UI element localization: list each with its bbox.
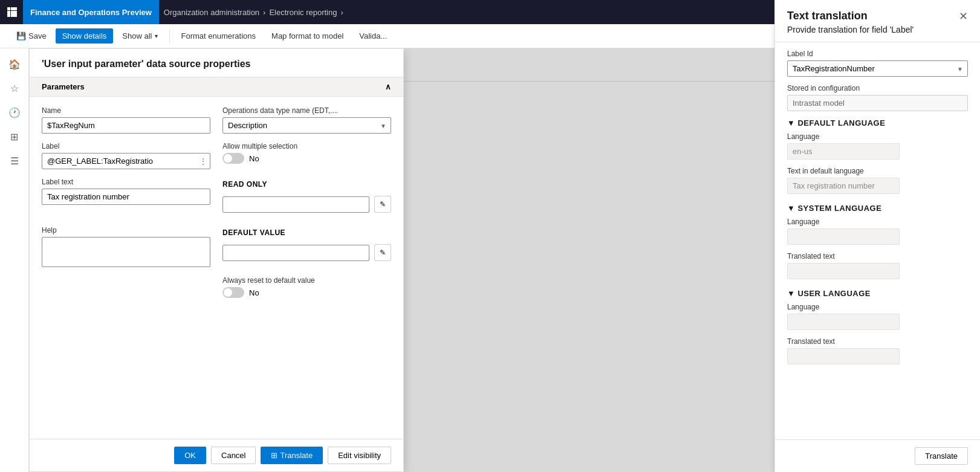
default-lang-label: Language [787, 132, 968, 141]
save-label: Save [28, 31, 47, 40]
sidebar-icons: 🏠 ☆ 🕐 ⊞ ☰ [0, 48, 29, 472]
help-textarea[interactable] [42, 237, 210, 267]
translation-footer: Translate [775, 439, 980, 472]
breadcrumb-er[interactable]: Electronic reporting [269, 8, 337, 17]
label-text-group: Label text [42, 178, 210, 218]
form-row-3: Label text READ ONLY ✎ [42, 178, 391, 218]
user-lang-title: USER LANGUAGE [797, 289, 871, 298]
svg-rect-2 [14, 7, 17, 10]
read-only-group: READ ONLY ✎ [222, 178, 391, 218]
name-field-group: Name [42, 106, 210, 134]
translate-label: Translate [280, 451, 313, 460]
svg-rect-6 [7, 14, 10, 17]
system-trans-group: Translated text [787, 252, 968, 279]
read-only-input[interactable] [222, 196, 369, 213]
translation-header: Text translation Provide translation for… [775, 0, 980, 42]
allow-multiple-knob [224, 154, 232, 163]
always-reset-section: Always reset to default value No [222, 276, 391, 303]
save-button[interactable]: 💾 Save [10, 28, 53, 44]
default-value-input[interactable] [222, 245, 369, 261]
ops-type-label: Operations data type name (EDT,.... [222, 106, 391, 115]
cancel-button[interactable]: Cancel [211, 447, 256, 464]
allow-multiple-group: Allow multiple selection No [222, 142, 391, 169]
validate-label: Valida... [359, 31, 387, 40]
default-language-section: ▼ DEFAULT LANGUAGE Language Text in defa… [787, 118, 968, 194]
show-details-label: Show details [62, 31, 107, 40]
translation-panel: Text translation Provide translation for… [774, 0, 980, 472]
system-lang-group: Language [787, 218, 968, 245]
user-trans-input [787, 348, 900, 364]
read-only-edit-btn[interactable]: ✎ [374, 196, 391, 213]
user-lang-header[interactable]: ▼ USER LANGUAGE [787, 289, 968, 298]
translation-close-button[interactable]: ✕ [959, 10, 968, 23]
name-input[interactable] [42, 117, 210, 134]
translate-panel-button[interactable]: Translate [915, 447, 968, 465]
label-text-input[interactable] [42, 189, 210, 205]
name-label: Name [42, 106, 210, 115]
help-label: Help [42, 226, 210, 234]
label-id-select[interactable]: TaxRegistrationNumber [787, 60, 968, 77]
system-lang-label: Language [787, 218, 968, 226]
user-trans-label: Translated text [787, 337, 968, 346]
map-format-label: Map format to model [271, 31, 343, 40]
allow-multiple-toggle-row: No [222, 153, 391, 164]
label-input[interactable] [42, 153, 210, 169]
label-input-icon[interactable]: ⋮ [200, 157, 207, 166]
user-language-section: ▼ USER LANGUAGE Language Translated text [787, 289, 968, 364]
allow-multiple-toggle[interactable] [222, 153, 244, 164]
show-all-button[interactable]: Show all ▾ [115, 28, 164, 44]
show-all-dropdown-icon: ▾ [155, 33, 158, 39]
clock-icon[interactable]: 🕐 [4, 102, 25, 123]
properties-dialog: 'User input parameter' data source prope… [29, 48, 404, 472]
always-reset-label: Always reset to default value [222, 276, 315, 285]
always-reset-knob [224, 288, 232, 297]
system-lang-header[interactable]: ▼ SYSTEM LANGUAGE [787, 204, 968, 213]
always-reset-toggle[interactable] [222, 287, 244, 298]
translation-subtitle: Provide translation for field 'Label' [787, 25, 913, 34]
system-lang-input [787, 228, 900, 245]
edit-visibility-button[interactable]: Edit visibility [328, 447, 391, 464]
default-lang-header[interactable]: ▼ DEFAULT LANGUAGE [787, 118, 968, 128]
ok-button[interactable]: OK [174, 447, 206, 464]
translation-title: Text translation [787, 10, 913, 22]
svg-rect-8 [14, 14, 17, 17]
show-details-button[interactable]: Show details [56, 28, 114, 44]
label-label: Label [42, 142, 210, 150]
label-id-select-wrapper: TaxRegistrationNumber [787, 60, 968, 77]
section-collapse-icon: ∧ [385, 82, 391, 91]
modules-icon[interactable]: ⊞ [4, 126, 25, 147]
format-enumerations-button[interactable]: Format enumerations [175, 28, 263, 44]
dialog-footer: OK Cancel ⊞ Translate Edit visibility [30, 439, 403, 471]
svg-rect-7 [11, 14, 14, 17]
ops-type-select-wrapper: Description [222, 117, 391, 134]
form-row-2: Label ⋮ Allow multiple selection [42, 142, 391, 169]
parameters-section-header[interactable]: Parameters ∧ [30, 77, 403, 97]
list-icon[interactable]: ☰ [4, 150, 25, 172]
default-text-label: Text in default language [787, 167, 968, 175]
map-format-button[interactable]: Map format to model [265, 28, 350, 44]
system-lang-arrow: ▼ [787, 204, 795, 213]
dialog-body: Name Operations data type name (EDT,....… [30, 97, 403, 439]
read-only-label: READ ONLY [222, 180, 391, 189]
translate-button[interactable]: ⊞ Translate [261, 447, 323, 464]
breadcrumb-sep-1: › [263, 8, 265, 17]
star-icon[interactable]: ☆ [4, 77, 25, 99]
validate-button[interactable]: Valida... [352, 28, 394, 44]
breadcrumb-org[interactable]: Organization administration [164, 8, 259, 17]
grid-menu-icon[interactable] [6, 6, 18, 18]
default-value-group: DEFAULT VALUE ✎ Always reset to default … [222, 226, 391, 303]
stored-in-config-label: Stored in configuration [787, 84, 968, 92]
system-trans-label: Translated text [787, 252, 968, 260]
breadcrumb: Organization administration › Electronic… [159, 8, 352, 17]
default-value-edit-btn[interactable]: ✎ [374, 244, 391, 261]
default-lang-arrow: ▼ [787, 118, 795, 128]
form-row-1: Name Operations data type name (EDT,....… [42, 106, 391, 134]
default-lang-group: Language [787, 132, 968, 160]
always-reset-no: No [249, 288, 259, 297]
svg-rect-4 [11, 11, 14, 14]
always-reset-toggle-row: No [222, 287, 391, 298]
stored-in-config-input[interactable] [787, 95, 968, 111]
home-icon[interactable]: 🏠 [4, 53, 25, 75]
ops-type-select[interactable]: Description [222, 117, 391, 134]
allow-multiple-label: Allow multiple selection [222, 142, 391, 150]
